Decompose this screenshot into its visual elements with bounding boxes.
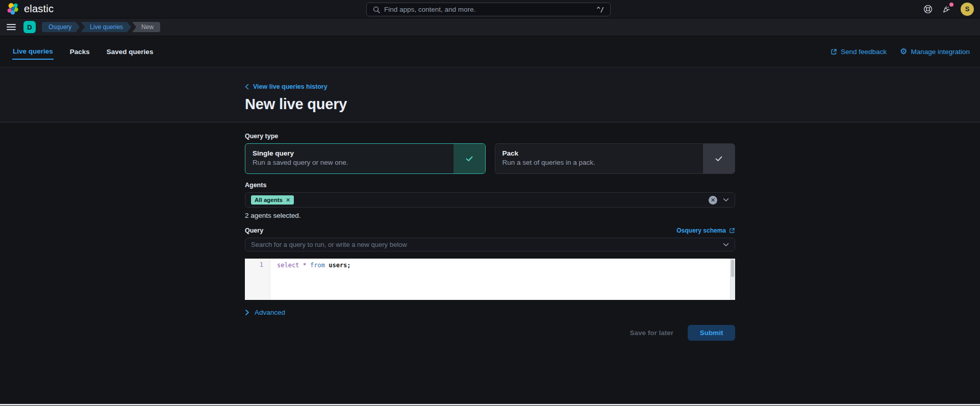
page-header: View live queries history New live query — [0, 67, 980, 122]
app-header: elastic ^/ — [0, 0, 980, 18]
view-history-link[interactable]: View live queries history — [245, 83, 328, 90]
saved-query-search-input[interactable] — [251, 241, 723, 248]
send-feedback-link[interactable]: Send feedback — [831, 48, 887, 56]
user-avatar[interactable]: S — [961, 3, 974, 16]
tab-saved-queries[interactable]: Saved queries — [106, 44, 154, 59]
external-link-icon — [831, 48, 837, 55]
selected-check-panel — [454, 144, 485, 173]
help-icon[interactable] — [923, 5, 933, 14]
editor-scrollbar-thumb[interactable] — [731, 260, 734, 277]
space-badge[interactable]: D — [23, 21, 36, 33]
search-icon — [373, 6, 380, 13]
tag-close-icon[interactable]: ✕ — [286, 197, 290, 203]
code-token-select: select — [277, 262, 299, 269]
page-title: New live query — [245, 96, 980, 113]
editor-scrollbar[interactable] — [730, 259, 735, 300]
card-description: Run a set of queries in a pack. — [502, 159, 696, 166]
elastic-logo-icon — [7, 3, 19, 15]
global-search[interactable]: ^/ — [366, 3, 611, 16]
osquery-schema-label: Osquery schema — [676, 227, 726, 234]
external-link-icon — [729, 227, 735, 234]
code-token-from: from — [310, 262, 325, 269]
window-bottom-edge — [0, 404, 980, 405]
chevron-down-icon[interactable] — [723, 198, 729, 202]
send-feedback-label: Send feedback — [841, 48, 887, 56]
tab-live-queries[interactable]: Live queries — [12, 44, 54, 60]
clear-selection-icon[interactable]: ✕ — [709, 196, 717, 205]
agent-tag-all-agents[interactable]: All agents ✕ — [251, 195, 294, 205]
query-label: Query — [245, 227, 263, 234]
tab-packs[interactable]: Packs — [69, 44, 90, 59]
chevron-right-icon — [245, 309, 249, 316]
view-history-label: View live queries history — [253, 83, 328, 90]
logo-wordmark: elastic — [24, 3, 54, 15]
breadcrumb-live-queries[interactable]: Live queries — [81, 22, 131, 32]
check-icon — [465, 155, 473, 163]
card-title: Pack — [502, 149, 696, 157]
newsfeed-icon[interactable] — [942, 4, 951, 14]
breadcrumb-bar: D Osquery Live queries New — [0, 18, 980, 36]
advanced-toggle[interactable]: Advanced — [245, 309, 285, 316]
sql-code-editor[interactable]: 1 select * from users; — [245, 259, 735, 300]
tabs-bar: Live queries Packs Saved queries Send fe… — [0, 36, 980, 67]
elastic-logo[interactable]: elastic — [0, 3, 54, 15]
query-type-options: Single query Run a saved query or new on… — [245, 143, 735, 174]
agents-selected-count: 2 agents selected. — [245, 212, 735, 219]
search-input[interactable] — [384, 6, 593, 13]
agents-label: Agents — [245, 182, 735, 189]
card-description: Run a saved query or new one. — [253, 159, 446, 166]
breadcrumb: Osquery Live queries New — [42, 22, 161, 32]
manage-integration-label: Manage integration — [911, 48, 970, 56]
submit-button[interactable]: Submit — [688, 325, 735, 341]
saved-query-select[interactable] — [245, 238, 735, 251]
editor-gutter: 1 — [245, 259, 270, 300]
advanced-label: Advanced — [255, 309, 285, 316]
query-type-single-query-card[interactable]: Single query Run a saved query or new on… — [245, 143, 486, 174]
agent-tag-label: All agents — [255, 197, 283, 203]
notification-dot — [949, 3, 953, 7]
gear-icon: ⚙ — [900, 47, 907, 56]
osquery-schema-link[interactable]: Osquery schema — [676, 227, 735, 234]
breadcrumb-new: New — [132, 22, 160, 32]
editor-code-line[interactable]: select * from users; — [270, 259, 351, 300]
new-live-query-form: Query type Single query Run a saved quer… — [0, 122, 980, 341]
check-icon — [715, 155, 723, 163]
menu-icon[interactable] — [7, 24, 16, 30]
code-token-star: * — [303, 262, 307, 269]
line-number: 1 — [260, 261, 263, 268]
save-for-later-button[interactable]: Save for later — [630, 329, 673, 337]
manage-integration-link[interactable]: ⚙ Manage integration — [900, 47, 970, 56]
query-type-pack-card[interactable]: Pack Run a set of queries in a pack. — [495, 143, 736, 174]
agents-combobox[interactable]: All agents ✕ ✕ — [245, 192, 735, 208]
card-title: Single query — [253, 149, 446, 157]
chevron-left-icon — [245, 84, 249, 90]
code-token-table: users; — [329, 262, 350, 269]
query-type-label: Query type — [245, 133, 735, 140]
chevron-down-icon[interactable] — [723, 243, 729, 247]
unselected-check-panel — [703, 144, 735, 173]
search-shortcut-hint: ^/ — [597, 6, 604, 13]
breadcrumb-osquery[interactable]: Osquery — [42, 22, 80, 32]
